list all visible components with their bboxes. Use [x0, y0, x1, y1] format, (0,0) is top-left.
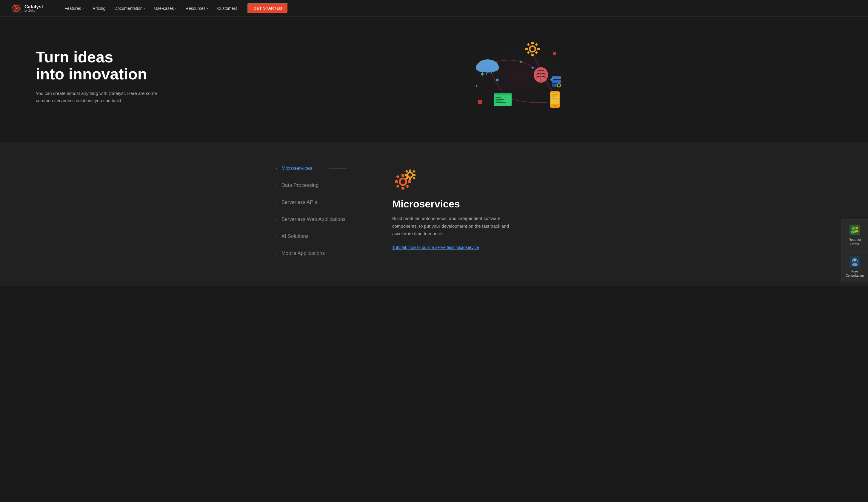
free-consultation-label: FreeConsultation	[846, 269, 864, 278]
svg-point-70	[852, 227, 855, 230]
brand-name: Catalyst	[24, 4, 43, 10]
chevron-right-icon: ›	[276, 166, 277, 171]
svg-rect-23	[531, 54, 534, 56]
people-icon	[849, 224, 860, 235]
chevron-down-icon: ▾	[207, 7, 208, 10]
chevron-right-icon: ›	[276, 217, 277, 222]
brand-byline: by Zoho	[24, 9, 43, 12]
chevron-right-icon: ›	[276, 234, 277, 239]
svg-rect-55	[396, 175, 399, 178]
headset-icon	[849, 256, 860, 267]
svg-rect-41	[551, 94, 558, 95]
solution-title: Microservices	[392, 198, 583, 210]
svg-rect-12	[478, 100, 482, 104]
svg-point-5	[452, 38, 583, 115]
svg-rect-57	[396, 185, 399, 188]
svg-rect-52	[402, 187, 404, 189]
menu-item-label: Mobile Applications	[281, 250, 325, 257]
svg-rect-64	[413, 174, 415, 176]
hero-content: Turn ideas into innovation You can creat…	[36, 49, 203, 104]
chevron-right-icon: ›	[276, 183, 277, 188]
chevron-right-icon: ›	[276, 200, 277, 205]
svg-rect-62	[409, 178, 411, 180]
svg-rect-76	[852, 261, 853, 262]
svg-rect-68	[413, 177, 415, 180]
nav-links: Features ▾ Pricing Documentation ▾ Use-c…	[61, 3, 856, 13]
hero-subtitle: You can create almost anything with Cata…	[36, 90, 167, 104]
chevron-right-icon: ›	[276, 251, 277, 256]
hero-illustration-svg	[446, 35, 589, 118]
svg-point-73	[855, 230, 858, 232]
svg-rect-77	[857, 261, 858, 262]
svg-rect-63	[405, 174, 407, 176]
menu-item-label: Serverless Web Applications	[281, 216, 345, 222]
svg-rect-43	[551, 98, 558, 99]
svg-rect-37	[496, 102, 506, 103]
nav-use-cases[interactable]: Use-cases ▾	[151, 4, 180, 12]
chevron-down-icon: ▾	[175, 7, 177, 10]
request-demo-label: RequestDemo	[849, 238, 861, 246]
svg-point-15	[476, 63, 488, 72]
solution-tutorial-link[interactable]: Tutorial: how to build a serverless micr…	[392, 245, 479, 250]
menu-item-mobile-apps[interactable]: › Mobile Applications	[273, 245, 368, 262]
hero-title: Turn ideas into innovation	[36, 49, 203, 83]
menu-item-label: AI Solutions	[281, 233, 309, 239]
svg-rect-22	[531, 42, 534, 44]
request-demo-button[interactable]: RequestDemo	[841, 219, 868, 251]
svg-rect-69	[849, 224, 860, 235]
menu-item-ai-solutions[interactable]: › AI Solutions	[273, 228, 368, 245]
svg-point-78	[852, 263, 858, 266]
hero-graphic	[446, 35, 589, 118]
menu-item-label: Serverless APIs	[281, 199, 317, 205]
nav-resources[interactable]: Resources ▾	[182, 4, 212, 12]
active-indicator	[329, 168, 347, 169]
catalyst-logo-icon	[12, 3, 21, 13]
svg-rect-53	[395, 180, 398, 183]
svg-rect-44	[552, 76, 561, 80]
svg-point-16	[488, 63, 499, 72]
svg-rect-24	[525, 48, 528, 50]
svg-point-21	[530, 47, 535, 51]
svg-rect-65	[405, 170, 408, 173]
svg-point-40	[554, 105, 556, 107]
logo[interactable]: Catalyst by Zoho	[12, 3, 43, 13]
terminal-icon-hero	[494, 93, 512, 106]
svg-point-72	[856, 227, 858, 229]
menu-item-serverless-apis[interactable]: › Serverless APIs	[273, 194, 368, 211]
phone-icon-hero	[550, 91, 560, 108]
menu-item-serverless-web-apps[interactable]: › Serverless Web Applications	[273, 211, 368, 228]
svg-rect-54	[408, 180, 411, 183]
nav-pricing[interactable]: Pricing	[89, 4, 109, 12]
svg-rect-61	[409, 169, 411, 171]
menu-item-label: Data Processing	[281, 182, 319, 188]
chevron-down-icon: ▾	[144, 7, 145, 10]
nav-documentation[interactable]: Documentation ▾	[111, 4, 149, 12]
solutions-menu: › Microservices › Data Processing › Serv…	[273, 160, 368, 262]
solution-icon-microservices	[392, 169, 583, 191]
svg-rect-34	[496, 97, 501, 98]
svg-rect-36	[496, 101, 502, 102]
svg-rect-45	[552, 80, 561, 83]
free-consultation-button[interactable]: FreeConsultation	[841, 251, 868, 283]
svg-rect-58	[406, 185, 409, 188]
menu-item-data-processing[interactable]: › Data Processing	[273, 177, 368, 194]
get-started-button[interactable]: GET STARTED	[247, 3, 288, 13]
svg-rect-35	[496, 99, 504, 100]
svg-rect-42	[551, 96, 556, 97]
database-icon-hero	[552, 76, 561, 87]
svg-rect-66	[413, 170, 415, 173]
svg-point-60	[408, 173, 412, 177]
hero-section: Turn ideas into innovation You can creat…	[0, 17, 868, 142]
svg-rect-13	[553, 52, 556, 55]
navbar: Catalyst by Zoho Features ▾ Pricing Docu…	[0, 0, 868, 17]
nav-features[interactable]: Features ▾	[61, 4, 87, 12]
brain-icon-hero	[534, 67, 548, 83]
solution-description: Build modular, autonomous, and independe…	[392, 215, 518, 238]
svg-point-50	[401, 179, 405, 184]
menu-item-microservices[interactable]: › Microservices	[273, 160, 368, 177]
svg-rect-51	[402, 174, 404, 177]
nav-customers[interactable]: Customers	[214, 4, 241, 12]
svg-point-48	[558, 84, 560, 86]
microservices-icon	[392, 169, 416, 190]
solution-detail: Microservices Build modular, autonomous,…	[380, 160, 595, 262]
